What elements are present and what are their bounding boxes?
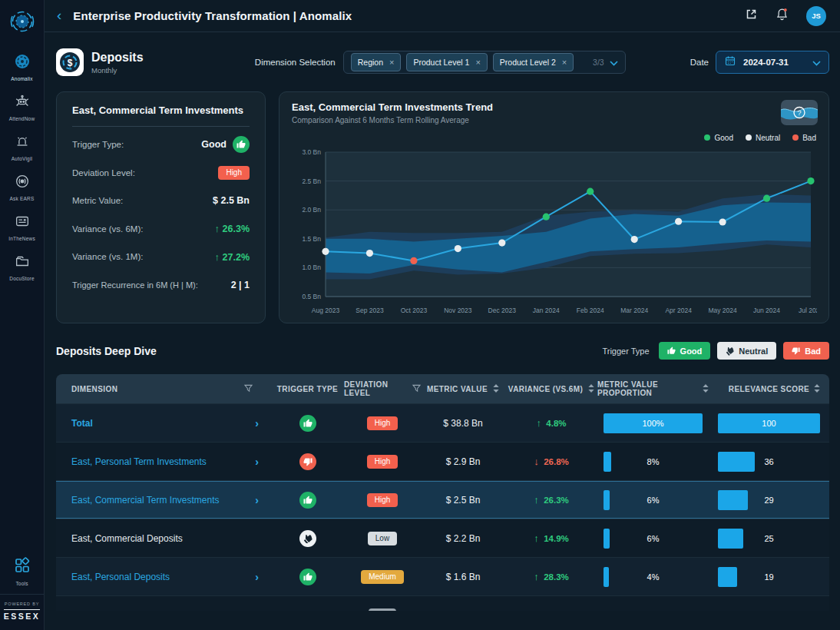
metric-value: $ 38.8 Bn bbox=[443, 418, 482, 429]
table-row[interactable]: Central, Personal Term Investments›N/AN/… bbox=[56, 595, 829, 611]
page-header-title: Enterprise Productivity Transformation |… bbox=[73, 9, 352, 22]
sidebar-item-inthenews[interactable]: InTheNews bbox=[0, 213, 44, 241]
dimension-cell[interactable]: Total› bbox=[56, 417, 271, 429]
metric-value: $ 2.5 Bn bbox=[213, 195, 250, 206]
col-header-deviation-level[interactable]: DEVIATION LEVEL bbox=[344, 380, 421, 397]
col-header-proportion[interactable]: METRIC VALUE PROPORTION bbox=[597, 380, 709, 397]
dimension-chip[interactable]: Product Level 2 × bbox=[493, 53, 574, 71]
dimension-cell[interactable]: East, Personal Deposits› bbox=[56, 571, 271, 583]
chart-title: East, Commercial Term Investments Trend bbox=[292, 101, 816, 113]
chevron-down-icon[interactable] bbox=[812, 55, 821, 69]
app-root: Anomalix AttendNow bbox=[0, 0, 840, 630]
proportion-bar: 6% bbox=[604, 490, 703, 510]
col-header-metric-value[interactable]: METRIC VALUE bbox=[421, 384, 505, 394]
news-icon bbox=[14, 213, 31, 233]
target-icon bbox=[14, 173, 31, 193]
external-link-icon[interactable] bbox=[745, 8, 758, 24]
row-chevron-icon[interactable]: › bbox=[255, 417, 259, 429]
proportion-bar: 6% bbox=[604, 529, 703, 549]
sort-icon[interactable] bbox=[493, 384, 499, 394]
sidebar-item-askears[interactable]: Ask EARS bbox=[0, 173, 44, 201]
filter-funnel-icon[interactable] bbox=[412, 384, 421, 394]
filter-bad-button[interactable]: Bad bbox=[783, 342, 829, 360]
back-chevron-icon[interactable]: ‹ bbox=[57, 8, 61, 22]
row-chevron-icon[interactable]: › bbox=[255, 494, 259, 506]
thumbs-up-icon bbox=[299, 415, 316, 432]
user-avatar[interactable]: JS bbox=[806, 6, 826, 26]
row-chevron-icon[interactable]: › bbox=[255, 609, 259, 612]
dimension-cell[interactable]: East, Commercial Deposits bbox=[56, 533, 271, 544]
brand-logo-icon[interactable] bbox=[6, 5, 38, 38]
table-row[interactable]: East, Commercial DepositsLow$ 2.2 Bn↑ 14… bbox=[56, 519, 829, 557]
chip-count: 3/3 bbox=[593, 58, 604, 67]
filter-good-button[interactable]: Good bbox=[659, 342, 711, 360]
sidebar-item-docustore[interactable]: DocuStore bbox=[0, 253, 44, 281]
thumbs-down-icon bbox=[299, 453, 316, 470]
col-header-variance[interactable]: VARIANCE (VS.6M) bbox=[505, 384, 597, 394]
svg-text:Sep 2023: Sep 2023 bbox=[356, 307, 384, 314]
dimension-cell[interactable]: East, Commercial Term Investments› bbox=[56, 494, 271, 506]
chart-help-button[interactable]: ? bbox=[781, 100, 818, 125]
deviation-badge: Medium bbox=[361, 570, 404, 584]
notification-bell-icon[interactable] bbox=[775, 7, 789, 25]
table-row[interactable]: East, Personal Deposits›Medium$ 1.6 Bn↑ … bbox=[56, 557, 829, 595]
dimension-chip[interactable]: Product Level 1 × bbox=[406, 53, 487, 71]
sort-icon[interactable] bbox=[588, 384, 594, 394]
row-chevron-icon[interactable]: › bbox=[255, 456, 259, 468]
table-row[interactable]: East, Commercial Term Investments›High$ … bbox=[56, 480, 829, 519]
proportion-bar: 4% bbox=[604, 567, 703, 587]
svg-text:Dec 2023: Dec 2023 bbox=[488, 307, 517, 314]
sort-icon[interactable] bbox=[814, 384, 820, 394]
sidebar-item-autovigil[interactable]: AutoVigil bbox=[0, 133, 44, 161]
legend-dot-bad bbox=[792, 134, 799, 141]
svg-text:2.5 Bn: 2.5 Bn bbox=[302, 177, 321, 185]
legend-dot-neutral bbox=[746, 134, 752, 141]
sidebar-item-attendnow[interactable]: AttendNow bbox=[0, 93, 44, 121]
table-row[interactable]: Total›High$ 38.8 Bn↑ 4.8%100%100 bbox=[56, 403, 829, 442]
sidebar-item-anomalix[interactable]: Anomalix bbox=[0, 53, 44, 81]
dimension-selector[interactable]: Region × Product Level 1 × Product Level… bbox=[343, 51, 626, 74]
siren-icon bbox=[14, 133, 31, 153]
sidebar-item-tools[interactable]: Tools bbox=[13, 556, 31, 586]
detail-row-variance-6m: Variance (vs. 6M): ↑ 26.3% bbox=[72, 215, 250, 244]
deep-dive-header: Deposits Deep Dive Trigger Type Good Neu… bbox=[56, 342, 829, 360]
legend-item-bad: Bad bbox=[792, 134, 816, 142]
legend-item-neutral: Neutral bbox=[746, 134, 780, 142]
svg-text:Mar 2024: Mar 2024 bbox=[620, 307, 648, 314]
date-picker[interactable]: 2024-07-31 bbox=[716, 51, 829, 74]
sort-icon[interactable] bbox=[703, 384, 709, 394]
relevance-bar: 36 bbox=[718, 452, 820, 472]
trend-line-chart[interactable]: 0.5 Bn1.0 Bn1.5 Bn2.0 Bn2.5 Bn3.0 BnAug … bbox=[292, 146, 817, 320]
dimension-chip[interactable]: Region × bbox=[351, 53, 402, 71]
folder-icon bbox=[14, 253, 31, 273]
deviation-badge: High bbox=[367, 493, 399, 507]
chip-remove-icon[interactable]: × bbox=[389, 58, 394, 67]
row-chevron-icon[interactable]: › bbox=[255, 571, 259, 583]
col-header-trigger-type[interactable]: TRIGGER TYPE bbox=[271, 385, 344, 393]
detail-card: East, Commercial Term Investments Trigge… bbox=[56, 91, 266, 323]
col-header-dimension[interactable]: DIMENSION bbox=[56, 384, 271, 394]
table-row[interactable]: East, Personal Term Investments›High$ 2.… bbox=[56, 442, 829, 480]
detail-row-recurrence: Trigger Recurrence in 6M (H | M): 2 | 1 bbox=[72, 271, 250, 300]
chip-remove-icon[interactable]: × bbox=[475, 58, 480, 67]
metric-value: $ 2.5 Bn bbox=[446, 495, 481, 506]
page-title: Deposits bbox=[91, 51, 144, 65]
dimension-cell[interactable]: Central, Personal Term Investments› bbox=[56, 609, 271, 612]
page-subtitle: Monthly bbox=[91, 66, 144, 75]
dimension-cell[interactable]: East, Personal Term Investments› bbox=[56, 456, 271, 468]
deep-dive-title: Deposits Deep Dive bbox=[56, 345, 157, 357]
chevron-down-icon[interactable] bbox=[610, 55, 618, 69]
col-header-relevance-score[interactable]: RELEVANCE SCORE bbox=[709, 385, 829, 393]
metric-value: $ 2.9 Bn bbox=[446, 456, 481, 467]
calendar-icon bbox=[724, 55, 736, 70]
detail-card-title: East, Commercial Term Investments bbox=[72, 104, 250, 116]
dimension-selection-label: Dimension Selection bbox=[255, 58, 336, 67]
filter-funnel-icon[interactable] bbox=[244, 384, 253, 394]
svg-text:0.5 Bn: 0.5 Bn bbox=[302, 293, 321, 300]
filter-neutral-button[interactable]: Neutral bbox=[717, 342, 776, 360]
relevance-bar: 19 bbox=[718, 567, 820, 587]
svg-text:Apr 2024: Apr 2024 bbox=[665, 307, 692, 314]
chip-remove-icon[interactable]: × bbox=[562, 58, 567, 67]
essex-logo: ESSEX bbox=[4, 609, 41, 621]
svg-text:Jan 2024: Jan 2024 bbox=[533, 307, 560, 314]
